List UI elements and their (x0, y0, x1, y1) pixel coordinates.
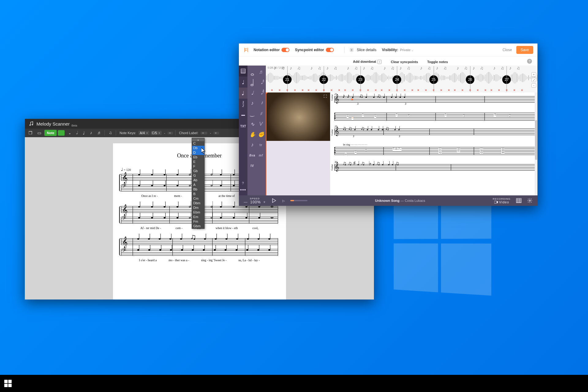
chord-extra-select[interactable] (213, 132, 219, 134)
quarter-note-icon[interactable]: ♩ (248, 88, 257, 98)
mini-play-icon[interactable]: ▷ (282, 199, 285, 202)
speed-increase-button[interactable]: + (263, 200, 266, 204)
grace-note-icon[interactable]: ♪ (248, 140, 257, 150)
subbeat-x-icon[interactable]: × (411, 88, 413, 92)
quarter-note-icon[interactable]: ♩ (81, 130, 87, 136)
speed-decrease-button[interactable]: — (244, 200, 248, 204)
downbeat-marker[interactable]: 21 (283, 75, 292, 84)
downbeat-marker[interactable]: 25 (429, 75, 438, 84)
thirtysecond-note-icon[interactable]: 𝅘𝅥𝅰 (257, 77, 265, 88)
playhead[interactable] (266, 92, 266, 195)
editor-logo-icon[interactable] (243, 47, 249, 53)
note-key-empty-select[interactable] (168, 132, 173, 134)
subbeat-x-icon[interactable]: × (454, 88, 456, 92)
dynamics-label[interactable]: mf (257, 150, 265, 160)
chord-option[interactable]: Dm (192, 205, 204, 210)
notation-editor-toggle[interactable]: Notation editor (254, 48, 289, 52)
chord-option[interactable]: E (192, 160, 204, 164)
subbeat-x-icon[interactable]: × (271, 88, 273, 92)
video-preview[interactable]: ⛶ (266, 92, 330, 141)
subbeat-x-icon[interactable]: × (381, 88, 383, 92)
downbeat-marker[interactable]: 22 (319, 75, 328, 84)
help-bottom-icon[interactable]: ? (242, 181, 244, 185)
recording-source-button[interactable]: Video (494, 200, 509, 204)
chord-option[interactable]: A (192, 183, 204, 187)
syncpoint-editor-toggle[interactable]: Syncpoint editor (295, 48, 334, 52)
chord-option[interactable]: Fm (192, 219, 204, 224)
chord-option[interactable]: Gb (192, 169, 204, 173)
subbeat-x-icon[interactable]: × (367, 88, 369, 92)
subbeat-x-icon[interactable]: × (352, 88, 354, 92)
close-button[interactable]: Close (498, 48, 516, 52)
play-button[interactable] (271, 198, 277, 203)
rest-icon[interactable]: 𝄽 (257, 98, 265, 108)
chord-option[interactable]: Eb (192, 155, 204, 160)
subbeat-x-icon[interactable]: × (477, 88, 479, 92)
toggle-on-icon[interactable] (281, 48, 289, 52)
chord-label-dropdown[interactable]: ▲ CDbDEbEFGbGAbABbBCmDbmDmEbmEmFmGbm (192, 138, 205, 229)
subbeat-x-icon[interactable]: × (521, 88, 523, 92)
subbeat-x-icon[interactable]: × (294, 88, 296, 92)
chord-option[interactable]: Em (192, 215, 204, 219)
vibrato-icon[interactable]: ∿ (248, 119, 257, 129)
beamed-notes-icon[interactable]: ♫ (107, 130, 114, 136)
tie-icon[interactable]: ‿ (248, 108, 257, 119)
sixteenth-note-icon[interactable]: ♬ (95, 130, 102, 136)
quarter-note-tool-icon[interactable] (239, 77, 247, 88)
progress-bar[interactable] (290, 200, 307, 201)
chord-option[interactable]: Cm (192, 196, 204, 201)
downbeat-marker[interactable]: 26 (466, 75, 474, 84)
chord-option[interactable]: Dbm (192, 201, 204, 205)
chord-option[interactable]: Bb (192, 187, 204, 192)
sixteenth-note-icon[interactable]: ♬ (257, 67, 265, 77)
downbeat-marker[interactable]: 23 (356, 75, 365, 84)
half-note-icon[interactable]: 𝅗𝅥 (73, 130, 79, 136)
chord-option[interactable]: F (192, 164, 204, 169)
subbeat-x-icon[interactable]: × (469, 88, 471, 92)
chord-option[interactable]: D (192, 150, 204, 155)
help-icon[interactable]: ? (527, 59, 532, 64)
grid-view-icon[interactable] (239, 66, 247, 77)
zoom-out-icon[interactable]: − (531, 83, 536, 88)
trill-label[interactable]: tr (257, 140, 265, 150)
subbeat-x-icon[interactable]: × (440, 88, 442, 92)
slice-details-button[interactable]: Slice details (349, 48, 376, 52)
fretboard-icon[interactable] (516, 198, 522, 203)
subbeat-x-icon[interactable]: × (462, 88, 463, 92)
chord-option[interactable]: G (192, 173, 204, 178)
accent-tool-icon[interactable] (239, 88, 247, 99)
taskbar[interactable] (0, 375, 588, 392)
note-mode-button[interactable]: Note (44, 130, 57, 136)
save-button[interactable]: Save (516, 46, 533, 54)
color-swatch-button[interactable] (58, 130, 65, 136)
eighth-note-icon[interactable]: ♪ (248, 98, 257, 108)
dropdown-scroll-up-icon[interactable]: ▲ (192, 138, 204, 141)
more-tools-icon[interactable]: ••• (239, 184, 247, 195)
start-button-icon[interactable] (4, 380, 12, 387)
chord-option[interactable]: Db (192, 146, 204, 150)
half-note-icon[interactable] (248, 77, 257, 88)
subbeat-x-icon[interactable]: × (286, 88, 288, 92)
chord-label-select[interactable] (201, 132, 207, 134)
score-scrollbar[interactable] (535, 92, 537, 195)
visibility-selector[interactable]: Visibility: Private ⌄ (382, 48, 413, 52)
sixtyfourth-note-icon[interactable]: 𝅘𝅥𝅱 (257, 88, 265, 98)
chord-option[interactable]: Ab (192, 178, 204, 183)
downbeat-marker[interactable]: 27 (502, 75, 511, 84)
sharp-icon[interactable]: ♯ (257, 108, 265, 119)
subbeat-x-icon[interactable]: × (302, 88, 303, 92)
toggle-on-icon[interactable] (326, 48, 334, 52)
subbeat-x-icon[interactable]: × (279, 88, 281, 92)
roman-numeral-label[interactable]: IV (248, 160, 257, 171)
subbeat-x-icon[interactable]: × (375, 88, 377, 92)
subbeat-x-icon[interactable]: × (344, 88, 346, 92)
expand-icon[interactable]: ⛶ (323, 94, 328, 99)
fraction-tool[interactable]: 32 (239, 99, 247, 110)
subbeat-x-icon[interactable]: × (448, 88, 450, 92)
palm-mute-icon[interactable]: ✋ (248, 129, 257, 140)
zoom-in-icon[interactable]: + (531, 72, 536, 77)
whole-note-icon[interactable]: 𝅝 (66, 130, 72, 136)
subbeat-x-icon[interactable]: × (323, 88, 325, 92)
subbeat-x-icon[interactable]: × (425, 88, 427, 92)
chord-option[interactable]: Gbm (192, 224, 204, 228)
